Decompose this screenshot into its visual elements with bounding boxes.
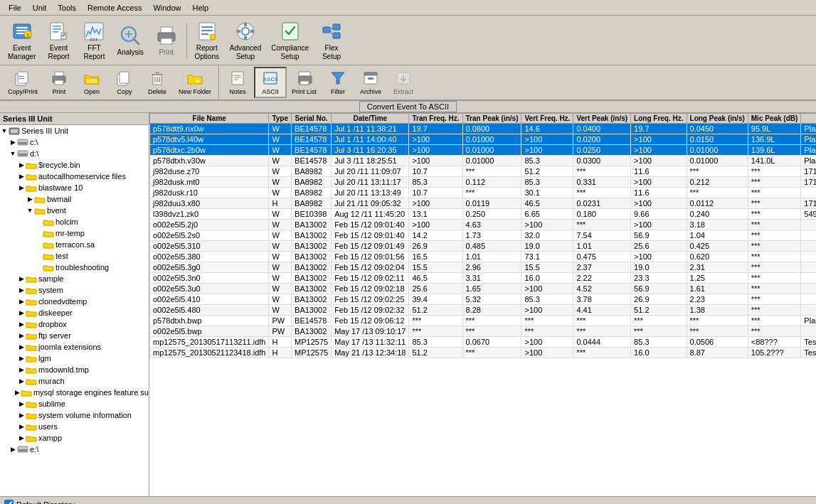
sidebar-item-blastware[interactable]: ▶blastware 10 [0, 182, 149, 193]
table-row[interactable]: o002e5l5.310WBA13002Feb 15 /12 09:01:492… [150, 241, 817, 252]
copy-print-button[interactable]: Copy/Print [3, 67, 43, 98]
column-header-description[interactable]: Description [801, 114, 816, 124]
cell-long_peak: *** [687, 326, 748, 337]
sidebar-item-joomla[interactable]: ▶joomla extensions [0, 341, 149, 353]
column-header-mic_peak[interactable]: Mic Peak (dB) [748, 114, 801, 124]
menu-remote-access[interactable]: Remote Access [82, 2, 147, 14]
sidebar-item-xampp[interactable]: ▶xampp [0, 432, 149, 444]
event-manager-button[interactable]: ! Event Manager [3, 18, 41, 63]
sidebar-item-clonedvdtemp[interactable]: ▶clonedvdtemp [0, 296, 149, 307]
sidebar-item-troubleshooting[interactable]: troubleshooting [0, 262, 149, 273]
column-header-serial[interactable]: Serial No. [292, 114, 332, 124]
column-header-datetime[interactable]: Date/Time [332, 114, 409, 124]
notes-button[interactable]: Notes [221, 67, 254, 98]
table-row[interactable]: mp12575_20130521123418.idfhHMP12575May 2… [150, 348, 817, 358]
table-row[interactable]: p578dtv5.l40wWBE14578Jul 1 /11 14:00:40>… [150, 134, 817, 145]
sidebar-item-terracon-sa[interactable]: terracon.sa [0, 239, 149, 250]
report-options-button[interactable]: Report Options [189, 18, 225, 63]
cell-filename: o002e5l5.3u0 [150, 284, 269, 294]
table-row[interactable]: o002e5l5.410WBA13002Feb 15 /12 09:02:253… [150, 294, 817, 305]
cell-tran_peak: 1.65 [462, 284, 521, 294]
sidebar-item-recycle-bin[interactable]: ▶$recycle.bin [0, 159, 149, 171]
sidebar-item-sublime[interactable]: ▶sublime [0, 398, 149, 409]
print2-button[interactable]: Print [43, 67, 75, 98]
sidebar-item-mysql[interactable]: ▶mysql storage engines feature su [0, 387, 149, 398]
table-row[interactable]: p578dtxc.2b0wWBE14578Jul 3 /11 16:20:35>… [150, 145, 817, 156]
table-row[interactable]: o002e5l5.2s0WBA13002Feb 15 /12 09:01:401… [150, 230, 817, 241]
sidebar-item-users[interactable]: ▶users [0, 421, 149, 432]
extract-button[interactable]: Extract [387, 67, 420, 98]
table-row[interactable]: o002e5l5.3n0WBA13002Feb 15 /12 09:02:114… [150, 273, 817, 284]
sidebar-item-e-drive[interactable]: ▶e:\ [0, 444, 149, 455]
ascii-button[interactable]: ASCII ASCII [254, 67, 287, 98]
table-row[interactable]: o002e5l5.3u0WBA13002Feb 15 /12 09:02:182… [150, 284, 817, 294]
sidebar-item-diskeeper[interactable]: ▶diskeeper [0, 307, 149, 318]
table-row[interactable]: o002e5l5.2j0WBA13002Feb 15 /12 09:01:40>… [150, 220, 817, 230]
analysis-button[interactable]: Analysis [112, 18, 148, 63]
menu-help[interactable]: Help [187, 2, 215, 14]
print-list-button[interactable]: Print List [287, 67, 322, 98]
sidebar-item-mr-temp[interactable]: mr-temp [0, 227, 149, 239]
sidebar-item-sample[interactable]: ▶sample [0, 273, 149, 284]
filter-button[interactable]: Filter [322, 67, 354, 98]
menu-window[interactable]: Window [147, 2, 186, 14]
sidebar-item-test[interactable]: test [0, 250, 149, 262]
svg-point-78 [25, 154, 26, 156]
table-row[interactable]: j982duse.z70WBA8982Jul 20 /11 11:09:0710… [150, 166, 817, 177]
data-grid-area[interactable]: File NameTypeSerial No.Date/TimeTran Fre… [149, 113, 816, 496]
sidebar-item-holcim[interactable]: holcim [0, 216, 149, 227]
event-report-button[interactable]: Event Report [41, 18, 76, 63]
sidebar-item-series-iii[interactable]: ▼Series III Unit [0, 125, 149, 136]
table-row[interactable]: p578dtxh.v30wWBE14578Jul 3 /11 18:25:51>… [150, 156, 817, 166]
flex-setup-button[interactable]: Flex Setup [314, 18, 349, 63]
column-header-tran_freq[interactable]: Tran Freq. Hz. [409, 114, 462, 124]
column-header-long_freq[interactable]: Long Freq. Hz. [631, 114, 687, 124]
table-row[interactable]: o002e5l5.380WBA13002Feb 15 /12 09:01:561… [150, 252, 817, 262]
table-row[interactable]: p578dtxh.bwpPWBE14578Feb 15 /12 09:06:12… [150, 316, 817, 326]
table-row[interactable]: o002e5l5.bwpPWBA13002May 17 /13 09:10:17… [150, 326, 817, 337]
menu-tools[interactable]: Tools [52, 2, 82, 14]
sidebar-item-ftp-server[interactable]: ▶ftp server [0, 330, 149, 341]
default-directory-checkbox[interactable] [4, 500, 14, 504]
menu-unit[interactable]: Unit [27, 2, 53, 14]
sidebar-item-d-drive[interactable]: ▼d:\ [0, 148, 149, 159]
default-directory-label[interactable]: Default Directory [4, 500, 75, 504]
cell-vert_peak: *** [573, 316, 631, 326]
delete-button[interactable]: Delete [141, 67, 174, 98]
new-folder-button[interactable]: New Folder [174, 67, 216, 98]
sidebar-item-msdownld[interactable]: ▶msdownld.tmp [0, 364, 149, 375]
sidebar-item-dropbox[interactable]: ▶dropbox [0, 318, 149, 330]
column-header-vert_freq[interactable]: Vert Freq. Hz. [521, 114, 573, 124]
fft-report-button[interactable]: FFT FFT Report [76, 18, 112, 63]
compliance-setup-button[interactable]: Compliance Setup [266, 18, 314, 63]
sidebar-item-lgm[interactable]: ▶lgm [0, 353, 149, 364]
table-row[interactable]: j982dusk.r10WBA8982Jul 20 /11 13:13:4910… [150, 188, 817, 198]
advanced-setup-button[interactable]: Advanced Setup [225, 18, 266, 63]
sidebar-item-bvent[interactable]: ▼bvent [0, 205, 149, 216]
sidebar-item-bwmail[interactable]: ▶bwmail [0, 193, 149, 205]
copy-button[interactable]: Copy [108, 67, 141, 98]
sidebar-item-autocall[interactable]: ▶autocallhomeservice files [0, 171, 149, 182]
menu-file[interactable]: File [3, 2, 27, 14]
table-row[interactable]: p578dtt9.nx0wWBE14578Jul 1 /11 11:38:211… [150, 124, 817, 134]
table-row[interactable]: j982dusk.mt0WBA8982Jul 20 /11 13:11:1785… [150, 177, 817, 188]
sidebar-item-murach[interactable]: ▶murach [0, 375, 149, 387]
column-header-tran_peak[interactable]: Tran Peak (in/s) [462, 114, 521, 124]
table-row[interactable]: mp12575_20130517113211.idfhHMP12575May 1… [150, 337, 817, 348]
sidebar-item-system[interactable]: ▶system [0, 284, 149, 296]
table-row[interactable]: l398dvz1.zk0WBE10398Aug 12 /11 11:45:201… [150, 209, 817, 220]
column-header-long_peak[interactable]: Long Peak (in/s) [687, 114, 748, 124]
archive-button[interactable]: Archive [354, 67, 387, 98]
print-button[interactable]: Print [149, 18, 184, 63]
sidebar-scroll[interactable]: Series III Unit▼Series III Unit▶c:\▼d:\▶… [0, 113, 149, 496]
cell-long_peak: 3.18 [687, 220, 748, 230]
open-button[interactable]: Open [75, 67, 108, 98]
column-header-vert_peak[interactable]: Vert Peak (in/s) [573, 114, 631, 124]
sidebar-item-c-drive[interactable]: ▶c:\ [0, 136, 149, 148]
table-row[interactable]: o002e5l5.3g0WBA13002Feb 15 /12 09:02:041… [150, 262, 817, 273]
column-header-filename[interactable]: File Name [150, 114, 269, 124]
sidebar-item-sysvolinfo[interactable]: ▶system volume information [0, 409, 149, 421]
column-header-type[interactable]: Type [269, 114, 292, 124]
table-row[interactable]: o002e5l5.480WBA13002Feb 15 /12 09:02:325… [150, 305, 817, 316]
table-row[interactable]: j982duu3.x80HBA8982Jul 21 /11 09:05:32>1… [150, 198, 817, 209]
